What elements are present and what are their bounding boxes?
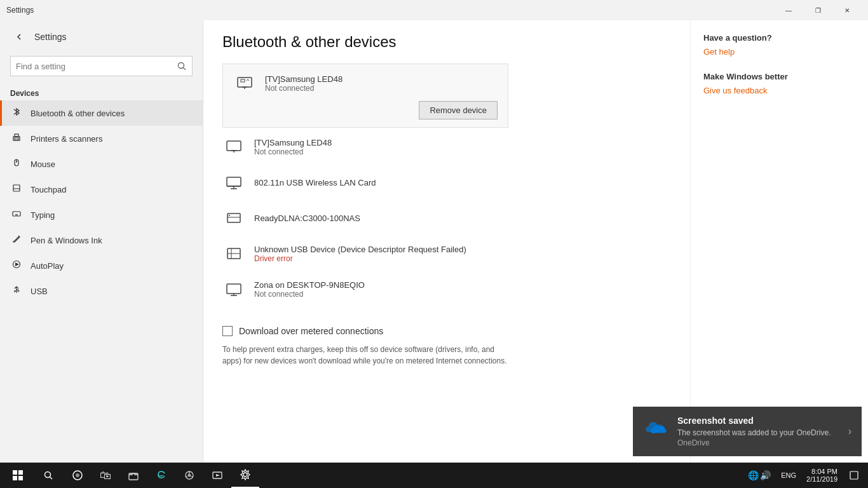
notification-center-button[interactable] — [843, 463, 865, 488]
svg-point-50 — [76, 473, 79, 477]
sidebar-item-typing[interactable]: Typing — [0, 202, 203, 227]
tv-device-icon — [222, 135, 245, 158]
svg-point-53 — [188, 474, 191, 477]
main-layout: Settings Devices Bluetooth & other devic… — [0, 20, 868, 463]
taskbar-clock[interactable]: 8:04 PM 2/11/2019 — [801, 468, 843, 483]
sidebar-item-usb-label: USB — [31, 287, 48, 296]
get-help-link[interactable]: Get help — [703, 47, 735, 57]
device-item-dlna[interactable]: ReadyDLNA:C3000-100NAS — [222, 200, 508, 236]
expanded-device-info: [TV]Samsung LED48 Not connected — [265, 74, 342, 93]
expanded-device-card: [TV]Samsung LED48 Not connected Remove d… — [222, 64, 508, 128]
svg-rect-4 — [15, 138, 18, 140]
close-button[interactable]: ✕ — [832, 0, 862, 20]
zona-device-icon — [222, 278, 245, 301]
expanded-device-top: [TV]Samsung LED48 Not connected — [233, 72, 498, 95]
page-title: Bluetooth & other devices — [222, 33, 671, 51]
taskbar-lang[interactable]: ENG — [776, 471, 801, 479]
unknown-usb-name: Unknown USB Device (Device Descriptor Re… — [254, 245, 466, 254]
download-section: Download over metered connections To hel… — [222, 326, 508, 367]
svg-point-59 — [243, 473, 247, 477]
expanded-device-name: [TV]Samsung LED48 — [265, 74, 342, 84]
sidebar-item-mouse[interactable]: Mouse — [0, 151, 203, 177]
have-question-section: Have a question? Get help — [703, 33, 855, 57]
sidebar-item-pen[interactable]: Pen & Windows Ink — [0, 227, 203, 253]
device-item-zona[interactable]: Zona on DESKTOP-9N8EQIO Not connected — [222, 271, 508, 307]
svg-rect-60 — [850, 471, 858, 479]
device-item-unknown-usb[interactable]: Unknown USB Device (Device Descriptor Re… — [222, 236, 508, 271]
titlebar: Settings — ❐ ✕ — [0, 0, 868, 20]
svg-rect-8 — [13, 185, 20, 191]
taskbar-explorer[interactable] — [119, 463, 147, 488]
start-button[interactable] — [3, 463, 33, 488]
sidebar-item-printers[interactable]: Printers & scanners — [0, 126, 203, 151]
content-area: Bluetooth & other devices [TV]Samsung LE… — [203, 20, 690, 463]
svg-marker-58 — [216, 474, 220, 477]
sidebar-item-usb[interactable]: USB — [0, 278, 203, 304]
download-description: To help prevent extra charges, keep this… — [222, 344, 508, 367]
sidebar-item-autoplay[interactable]: AutoPlay — [0, 253, 203, 278]
language-label: ENG — [781, 471, 796, 479]
sidebar-item-autoplay-label: AutoPlay — [31, 261, 64, 271]
expanded-device-status: Not connected — [265, 84, 342, 93]
make-better-section: Make Windows better Give us feedback — [703, 72, 855, 95]
sidebar-item-bluetooth[interactable]: Bluetooth & other devices — [0, 100, 203, 126]
device-actions: Remove device — [233, 101, 498, 119]
bluetooth-icon — [10, 107, 23, 119]
taskbar-settings[interactable] — [231, 463, 259, 488]
wireless-device-info: 802.11n USB Wireless LAN Card — [254, 178, 376, 187]
minimize-button[interactable]: — — [774, 0, 803, 20]
autoplay-icon — [10, 259, 23, 272]
taskbar-systray: 🌐 🔊 — [743, 470, 776, 480]
sidebar-item-printers-label: Printers & scanners — [31, 134, 102, 144]
toast-source: OneDrive — [677, 438, 839, 447]
sidebar-item-typing-label: Typing — [31, 210, 55, 220]
taskbar-store[interactable]: 🛍 — [92, 463, 119, 488]
volume-icon[interactable]: 🔊 — [760, 470, 771, 480]
make-better-label: Make Windows better — [703, 72, 855, 81]
sidebar-item-touchpad-label: Touchpad — [31, 185, 66, 194]
svg-line-1 — [184, 68, 186, 71]
search-icon — [172, 56, 192, 76]
taskbar-chrome[interactable] — [175, 463, 203, 488]
search-input[interactable] — [11, 62, 172, 71]
taskbar-media[interactable] — [203, 463, 231, 488]
give-feedback-link[interactable]: Give us feedback — [703, 86, 767, 95]
back-button[interactable] — [10, 28, 28, 46]
svg-line-48 — [50, 477, 53, 480]
dlna-device-name: ReadyDLNA:C3000-100NAS — [254, 214, 360, 223]
device-item-tv[interactable]: [TV]Samsung LED48 Not connected — [222, 129, 508, 165]
svg-point-47 — [45, 472, 51, 478]
tv-device-status: Not connected — [254, 147, 332, 156]
toast-text: The screenshot was added to your OneDriv… — [677, 428, 839, 437]
svg-rect-43 — [13, 470, 17, 475]
sidebar-item-touchpad[interactable]: Touchpad — [0, 177, 203, 202]
svg-rect-3 — [15, 134, 18, 137]
sidebar-item-bluetooth-label: Bluetooth & other devices — [31, 109, 125, 118]
remove-device-button[interactable]: Remove device — [419, 101, 498, 119]
clock-date: 2/11/2019 — [806, 475, 837, 483]
titlebar-title: Settings — [6, 6, 774, 15]
taskbar-cortana[interactable] — [64, 463, 92, 488]
svg-point-36 — [229, 215, 230, 216]
sidebar-section-label: Devices — [0, 84, 203, 100]
taskbar-edge[interactable] — [147, 463, 175, 488]
unknown-usb-info: Unknown USB Device (Device Descriptor Re… — [254, 245, 466, 263]
network-icon[interactable]: 🌐 — [748, 470, 759, 480]
svg-rect-46 — [18, 476, 23, 480]
download-checkbox-row: Download over metered connections — [222, 326, 508, 336]
svg-rect-44 — [18, 470, 23, 475]
search-box[interactable] — [10, 56, 193, 76]
download-checkbox-label: Download over metered connections — [239, 326, 383, 336]
search-taskbar-button[interactable] — [33, 463, 64, 488]
wireless-device-name: 802.11n USB Wireless LAN Card — [254, 178, 376, 187]
touchpad-icon — [10, 183, 23, 196]
maximize-button[interactable]: ❐ — [803, 0, 832, 20]
svg-rect-45 — [13, 476, 17, 480]
sidebar-header: Settings — [0, 20, 203, 53]
expanded-device-icon — [233, 72, 256, 95]
device-item-wireless[interactable]: 802.11n USB Wireless LAN Card — [222, 165, 508, 200]
toast-notification[interactable]: Screenshot saved The screenshot was adde… — [633, 407, 862, 456]
unknown-usb-icon — [222, 242, 245, 265]
download-checkbox[interactable] — [222, 326, 233, 336]
clock-time: 8:04 PM — [811, 468, 837, 475]
